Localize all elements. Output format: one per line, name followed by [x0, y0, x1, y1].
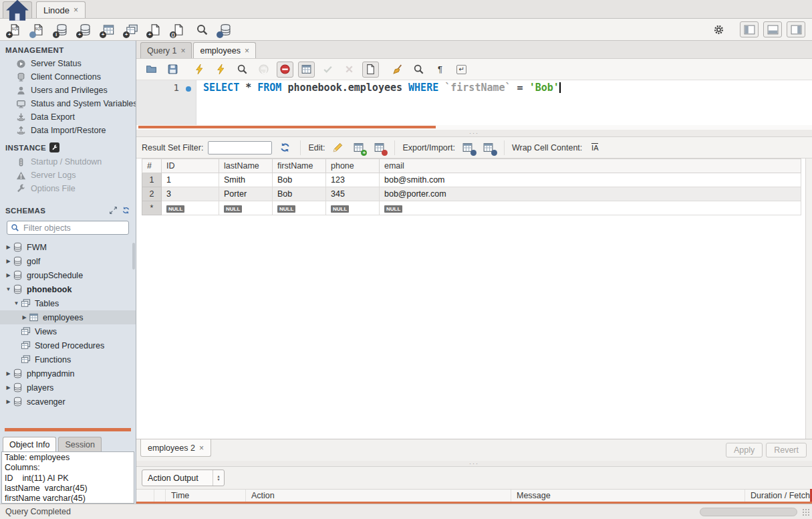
cell-phone[interactable]: 345 — [326, 187, 380, 201]
tree-item-fwm[interactable]: ▶FWM — [0, 240, 136, 254]
results-output-splitter[interactable]: ··· — [136, 461, 812, 466]
chevron-right-icon[interactable]: ▶ — [20, 314, 29, 320]
chevron-down-icon[interactable]: ▼ — [12, 300, 21, 306]
toggle-invisible-chars-button[interactable]: ¶ — [432, 62, 448, 78]
import-records-button[interactable] — [481, 140, 497, 155]
explain-button[interactable] — [234, 62, 251, 78]
editor-horizontal-scrollbar[interactable] — [136, 125, 812, 130]
create-schema-button[interactable]: + — [77, 21, 93, 37]
refresh-schemas-icon[interactable] — [122, 206, 130, 215]
chevron-right-icon[interactable]: ▶ — [4, 399, 13, 405]
column-header-action[interactable]: Action — [246, 490, 511, 502]
tree-item-phonebook[interactable]: ▼phonebook — [0, 282, 136, 296]
toggle-output-area-button[interactable] — [763, 21, 782, 37]
tab-employees[interactable]: employees× — [193, 42, 255, 58]
toggle-sidebar-button[interactable] — [740, 21, 759, 37]
sidebar-item-client-connections[interactable]: Client Connections — [0, 70, 136, 84]
toggle-wrap-cell-content-button[interactable]: IA — [587, 140, 603, 155]
find-button[interactable] — [410, 62, 427, 78]
tree-scrollbar[interactable] — [132, 243, 135, 270]
result-tab-employees-2[interactable]: employees 2 × — [140, 439, 211, 457]
column-header-duration[interactable]: Duration / Fetch — [745, 490, 812, 502]
sidebar-item-options-file[interactable]: Options File — [0, 182, 136, 195]
toggle-word-wrap-button[interactable]: ↵ — [453, 62, 470, 78]
sidebar-horizontal-scrollbar[interactable] — [5, 428, 131, 431]
table-row[interactable]: 1 1 Smith Bob 123 bob@smith.com — [142, 173, 801, 187]
new-row-placeholder[interactable]: * NULL NULL NULL NULL NULL — [142, 201, 801, 215]
cell-phone[interactable]: 123 — [326, 173, 380, 187]
sidebar-item-status-system-variables[interactable]: Status and System Variables — [0, 97, 136, 110]
tab-query-1[interactable]: Query 1× — [140, 42, 192, 58]
execute-button[interactable] — [191, 62, 208, 78]
chevron-right-icon[interactable]: ▶ — [4, 244, 13, 250]
cell-lastname[interactable]: Porter — [219, 187, 273, 201]
cell-null[interactable]: NULL — [219, 201, 273, 215]
tree-item-players[interactable]: ▶players — [0, 381, 136, 395]
refresh-results-button[interactable] — [277, 140, 293, 155]
apply-button[interactable]: Apply — [726, 443, 763, 457]
cell-firstname[interactable]: Bob — [273, 173, 326, 187]
open-sql-script-button[interactable] — [30, 21, 46, 37]
cell-firstname[interactable]: Bob — [273, 187, 326, 201]
schema-inspector-button[interactable]: i — [53, 21, 70, 37]
tab-session[interactable]: Session — [58, 437, 101, 451]
create-view-button[interactable]: + — [124, 21, 140, 37]
toggle-autocommit-button[interactable] — [362, 62, 379, 78]
sidebar-item-users-privileges[interactable]: Users and Privileges — [0, 84, 136, 97]
column-header-id[interactable]: ID — [162, 159, 219, 173]
close-icon[interactable]: × — [74, 6, 78, 14]
add-row-button[interactable]: + — [350, 140, 366, 155]
reconnect-dbms-button[interactable] — [217, 21, 233, 37]
tree-item-golf[interactable]: ▶golf — [0, 254, 136, 268]
sidebar-item-server-logs[interactable]: Server Logs — [0, 169, 136, 182]
create-procedure-button[interactable]: + — [147, 21, 163, 37]
cell-null[interactable]: NULL — [380, 201, 801, 215]
home-tab[interactable] — [3, 1, 32, 18]
spinner-arrows-icon[interactable]: ▲▼ — [213, 470, 224, 486]
column-header-email[interactable]: email — [380, 159, 801, 173]
cell-email[interactable]: bob@porter.com — [380, 187, 801, 201]
chevron-down-icon[interactable]: ▼ — [4, 286, 13, 292]
create-table-button[interactable]: + — [100, 21, 116, 37]
tab-object-info[interactable]: Object Info — [3, 437, 56, 451]
result-set-filter-input[interactable] — [208, 141, 272, 154]
tree-item-employees[interactable]: ▶employees — [0, 310, 136, 324]
column-header-message[interactable]: Message — [511, 490, 745, 502]
toggle-secondary-sidebar-button[interactable] — [787, 21, 805, 37]
tree-item-functions[interactable]: Functions — [0, 352, 136, 367]
chevron-right-icon[interactable]: ▶ — [4, 272, 13, 278]
column-header-lastname[interactable]: lastName — [219, 159, 273, 173]
delete-row-button[interactable] — [371, 140, 387, 155]
close-icon[interactable]: × — [245, 47, 249, 55]
sql-code-editor[interactable]: 1 SELECT * FROM phonebook.employees WHER… — [136, 80, 812, 125]
open-script-button[interactable] — [143, 62, 160, 78]
output-type-dropdown[interactable]: Action Output ▲▼ — [142, 470, 225, 486]
cell-id[interactable]: 3 — [162, 187, 219, 201]
chevron-right-icon[interactable]: ▶ — [4, 385, 13, 391]
tree-item-views[interactable]: Views — [0, 324, 136, 338]
create-function-button[interactable]: () — [170, 21, 186, 37]
tree-item-tables[interactable]: ▼Tables — [0, 296, 136, 310]
edit-cell-button[interactable] — [329, 140, 346, 155]
sidebar-item-server-status[interactable]: Server Status — [0, 57, 136, 70]
export-recordset-button[interactable] — [460, 140, 476, 155]
editor-results-splitter[interactable]: ··· — [136, 130, 812, 136]
limit-rows-button[interactable] — [298, 62, 315, 78]
column-header-firstname[interactable]: firstName — [273, 159, 326, 173]
cell-email[interactable]: bob@smith.com — [380, 173, 801, 187]
tree-item-stored-procedures[interactable]: Stored Procedures — [0, 338, 136, 352]
execute-current-statement-button[interactable] — [213, 62, 229, 78]
beautify-query-button[interactable] — [389, 62, 406, 78]
cell-null[interactable]: NULL — [326, 201, 380, 215]
expand-all-icon[interactable] — [109, 206, 118, 215]
table-row[interactable]: 2 3 Porter Bob 345 bob@porter.com — [142, 187, 801, 201]
new-query-tab-button[interactable]: + — [7, 21, 23, 37]
statusbar-scrollbar-thumb[interactable] — [700, 508, 797, 516]
save-script-button[interactable] — [164, 62, 181, 78]
chevron-right-icon[interactable]: ▶ — [4, 258, 13, 264]
close-icon[interactable]: × — [180, 47, 185, 55]
resize-grip[interactable] — [802, 508, 810, 516]
cell-id[interactable]: 1 — [162, 173, 219, 187]
preferences-gear-icon[interactable] — [711, 22, 726, 37]
column-header-num[interactable]: # — [142, 159, 162, 173]
